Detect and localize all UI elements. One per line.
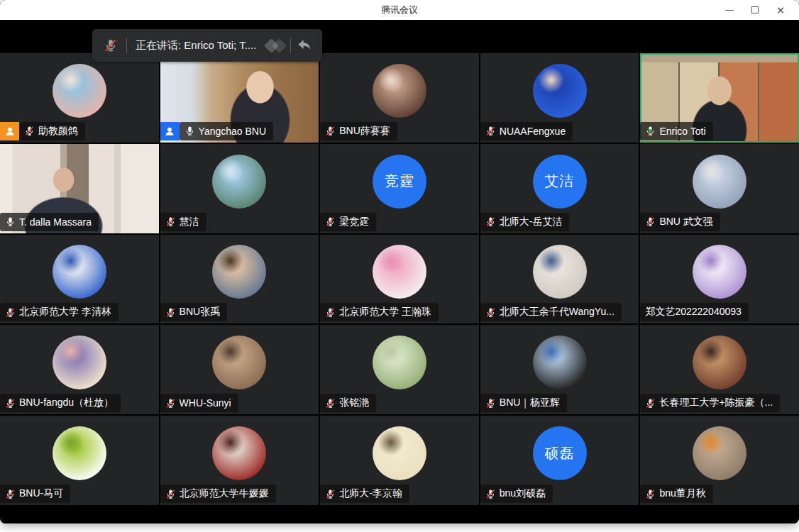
name-pill: bnu刘硕磊	[480, 484, 553, 503]
participant-avatar	[693, 336, 746, 389]
name-pill: BNU 武文强	[640, 213, 720, 231]
mic-icon	[325, 216, 336, 227]
participant-name: 张铭滟	[339, 397, 369, 409]
participant-name: BNU-马可	[19, 487, 63, 500]
name-pill: WHU-Sunyi	[160, 394, 238, 412]
name-pill: T. dalla Massara	[0, 213, 99, 231]
name-pill: 北师大王余千代WangYu...	[480, 303, 622, 321]
mic-muted-icon	[104, 38, 118, 52]
mic-icon	[5, 216, 16, 227]
participant-name: BNU薛赛赛	[339, 125, 390, 138]
participant-name: 北京师范大学牛媛媛	[180, 487, 269, 500]
participant-tile[interactable]: BNU-fangdu（杜放）	[0, 325, 159, 414]
reply-arrow-icon	[297, 39, 312, 52]
name-pill: 长春理工大学+陈振豪（...	[640, 394, 780, 412]
participant-name: 北京师范大学 王瀚珠	[339, 306, 431, 318]
participant-tile[interactable]: 郑文艺202222040093	[640, 235, 799, 324]
participant-avatar: 硕磊	[533, 426, 587, 480]
participant-tile[interactable]: Yangchao BNU	[160, 53, 319, 143]
name-pill: Enrico Toti	[640, 122, 712, 140]
participant-tile[interactable]: 助教颜鸽	[0, 53, 159, 143]
mic-icon	[165, 216, 176, 227]
participant-name: 长春理工大学+陈振豪（...	[659, 397, 773, 409]
participant-avatar	[373, 64, 426, 118]
participant-name: 梁竞霆	[339, 216, 369, 228]
participant-tile[interactable]: WHU-Sunyi	[160, 325, 319, 414]
participant-tile[interactable]: 长春理工大学+陈振豪（...	[640, 325, 799, 414]
mic-icon	[485, 216, 496, 227]
participant-tile[interactable]: Enrico Toti	[640, 53, 799, 143]
mic-icon	[184, 126, 195, 136]
participant-tile[interactable]: BNU薛赛赛	[320, 53, 479, 143]
participant-avatar	[53, 336, 106, 389]
participant-name: 郑文艺202222040093	[645, 306, 741, 318]
participant-tile[interactable]: 张铭滟	[320, 325, 479, 414]
speaking-toast[interactable]: 正在讲话: Enrico Toti; T....	[92, 29, 322, 62]
mic-icon	[645, 126, 656, 136]
participant-tile[interactable]: 硕磊 bnu刘硕磊	[480, 416, 639, 505]
participant-name: BNU-fangdu（杜放）	[19, 397, 114, 409]
name-pill: BNU-fangdu（杜放）	[0, 394, 121, 412]
participant-tile[interactable]: BNU张禹	[160, 235, 319, 324]
participant-tile[interactable]: 慧洁	[160, 144, 319, 233]
participant-name: 北师大-李京翰	[339, 487, 402, 500]
name-pill: BNU张禹	[160, 303, 228, 321]
participant-tile[interactable]: 艾洁 北师大-岳艾洁	[480, 144, 639, 233]
minimize-button[interactable]	[717, 0, 742, 20]
participant-name: BNU｜杨亚辉	[500, 397, 560, 409]
person-icon	[4, 126, 16, 137]
participant-avatar	[693, 155, 746, 209]
name-pill: 张铭滟	[320, 394, 376, 412]
participant-avatar: 竞霆	[373, 155, 426, 209]
maximize-button[interactable]	[742, 0, 768, 20]
participant-avatar	[53, 245, 106, 299]
participant-avatar	[533, 64, 587, 118]
name-pill: 北师大-李京翰	[320, 484, 409, 503]
participant-name: BNU 武文强	[659, 216, 712, 228]
participant-name: Yangchao BNU	[199, 126, 266, 137]
tencent-meeting-window: 腾讯会议 ✕	[0, 0, 799, 523]
participant-tile[interactable]: 北京师范大学 李清林	[0, 235, 159, 324]
name-pill: BNU薛赛赛	[320, 122, 397, 140]
role-badge	[0, 122, 19, 140]
mic-icon	[165, 398, 176, 409]
participant-tile[interactable]: T. dalla Massara	[0, 144, 159, 233]
participant-tile[interactable]: 北师大王余千代WangYu...	[480, 235, 639, 324]
participant-avatar	[373, 245, 426, 299]
mic-icon	[325, 126, 336, 136]
participant-avatar	[693, 245, 746, 299]
name-pill: BNU-马可	[0, 484, 70, 503]
participant-tile[interactable]: 北师大-李京翰	[320, 416, 479, 505]
participant-name: bnu刘硕磊	[500, 487, 546, 500]
participant-tile[interactable]: BNU｜杨亚辉	[480, 325, 639, 414]
person-icon	[164, 126, 175, 137]
window-title: 腾讯会议	[381, 4, 418, 16]
close-button[interactable]: ✕	[768, 0, 793, 20]
toast-divider	[126, 38, 127, 53]
participant-grid: 助教颜鸽 Yangchao BNU	[0, 53, 799, 505]
participant-avatar	[693, 426, 746, 480]
mic-icon	[165, 489, 176, 499]
participant-name: NUAAFengxue	[500, 126, 566, 137]
participant-name: 北师大-岳艾洁	[500, 216, 563, 228]
participant-tile[interactable]: bnu董月秋	[640, 416, 799, 505]
participant-tile[interactable]: 竞霆 梁竞霆	[320, 144, 479, 233]
participant-tile[interactable]: BNU-马可	[0, 416, 159, 505]
participant-tile[interactable]: 北京师范大学 王瀚珠	[320, 235, 479, 324]
name-pill: bnu董月秋	[640, 484, 712, 503]
participant-tile[interactable]: NUAAFengxue	[480, 53, 639, 143]
name-pill: 梁竞霆	[320, 213, 376, 231]
participant-avatar	[212, 336, 266, 389]
mic-icon	[485, 489, 496, 499]
toast-icons[interactable]	[266, 38, 312, 53]
participant-name: 北师大王余千代WangYu...	[500, 306, 615, 318]
mic-icon	[645, 489, 656, 499]
mic-icon	[24, 126, 35, 136]
mic-icon	[325, 307, 336, 318]
mic-icon	[645, 216, 656, 227]
speaking-now-text: 正在讲话: Enrico Toti; T....	[136, 39, 256, 52]
participant-tile[interactable]: 北京师范大学牛媛媛	[160, 416, 319, 505]
participant-avatar	[533, 245, 587, 299]
minimize-icon	[725, 10, 734, 11]
participant-tile[interactable]: BNU 武文强	[640, 144, 799, 233]
